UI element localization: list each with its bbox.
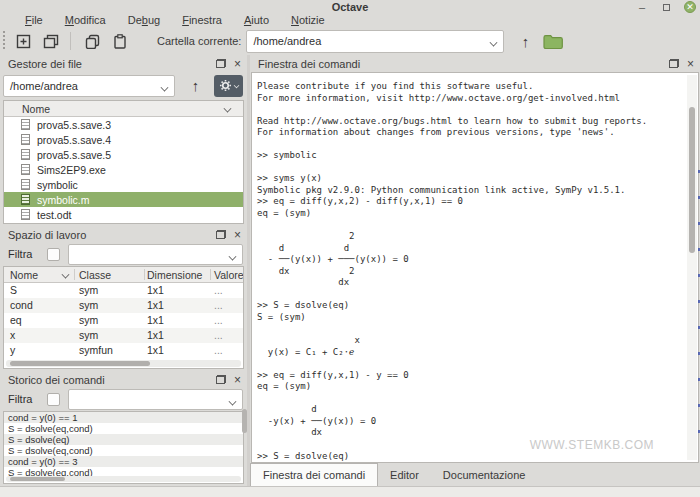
history-titlebar: Storico dei comandi × [0,371,247,388]
file-browser-path-combo[interactable]: /home/andrea [3,75,175,97]
console-output: Please contribute if you find this softw… [252,73,698,462]
menu-aiuto[interactable]: Aiuto [233,14,280,27]
workspace-row[interactable]: xsym1x1... [4,328,243,343]
close-panel-icon[interactable]: × [234,229,241,241]
file-icon [21,149,30,160]
workspace-filter-combo[interactable] [68,244,243,265]
history-item[interactable]: S = dsolve(eq,cond) [4,423,243,434]
file-name: symbolic [37,179,78,191]
main-toolbar: Cartella corrente: /home/andrea ↑ [0,27,700,55]
menu-bar: FileModificaDebugFinestraAiutoNotizie [0,14,700,27]
column-header[interactable]: Valore [214,269,244,281]
file-browser-actions-button[interactable] [214,75,243,97]
menu-notizie[interactable]: Notizie [280,14,336,27]
workspace-hscrollbar[interactable] [6,360,241,367]
gear-icon [219,79,232,92]
close-panel-icon[interactable]: × [234,58,241,70]
chevron-down-icon[interactable] [229,397,237,405]
history-hscrollbar[interactable] [6,476,241,482]
file-row[interactable]: prova5.s.save.3 [4,117,243,132]
close-panel-icon[interactable]: × [234,374,241,386]
file-row[interactable]: Sims2EP9.exe [4,162,243,177]
chevron-down-icon[interactable] [229,252,237,260]
workspace-row[interactable]: Ssym1x1... [4,283,243,298]
chevron-down-icon[interactable] [490,38,498,46]
title-bar: Octave – ✕ [0,0,700,14]
history-list: cond = y(0) == 1S = dsolve(eq,cond)S = d… [3,411,244,484]
file-name: symbolic.m [37,194,90,206]
menu-modifica[interactable]: Modifica [54,14,117,27]
history-filter-label: Filtra [8,393,32,405]
workspace-filter-checkbox[interactable] [47,248,60,261]
history-item[interactable]: S = dsolve(eq,cond) [4,445,243,456]
command-window-titlebar: Finestra dei comandi × [250,55,700,72]
up-directory-icon[interactable]: ↑ [514,33,536,50]
file-row[interactable]: symbolic [4,177,243,192]
file-row[interactable]: symbolic.m [4,192,243,207]
history-item[interactable]: S = dsolve(eq) [4,434,243,445]
workspace-row[interactable]: ysymfun1x1... [4,343,243,358]
console-scrollbar[interactable] [687,75,697,460]
current-dir-value: /home/andrea [253,35,321,47]
file-row[interactable]: test.odt [4,207,243,222]
file-browser-panel: Gestore dei file × /home/andrea ↑ Nome p… [0,55,247,226]
file-name: prova5.s.save.5 [37,149,111,161]
workspace-filter-label: Filtra [8,248,32,260]
file-row[interactable]: prova5.s.save.4 [4,132,243,147]
menu-file[interactable]: File [14,14,54,27]
sort-chevron-icon [224,105,232,113]
workspace-titlebar: Spazio di lavoro × [0,226,247,243]
paste-icon[interactable] [109,30,131,52]
close-button[interactable]: ✕ [684,1,696,13]
file-list-header[interactable]: Nome [4,101,243,117]
file-browser-up-icon[interactable]: ↑ [185,77,206,94]
tab-documentazione[interactable]: Documentazione [431,463,538,486]
chevron-down-icon [233,83,239,89]
history-filter-checkbox[interactable] [47,393,60,406]
menu-finestra[interactable]: Finestra [171,14,233,27]
column-header[interactable]: Classe [79,269,111,281]
open-icon[interactable] [40,30,62,52]
maximize-button[interactable] [660,1,672,13]
tab-bar: Finestra dei comandiEditorDocumentazione [250,463,700,486]
file-name: test.odt [37,209,71,221]
toolbar-separator [70,32,71,50]
status-bar [0,486,700,497]
tab-finestra-dei-comandi[interactable]: Finestra dei comandi [250,463,378,486]
undock-icon[interactable] [216,375,226,384]
undock-icon[interactable] [669,59,679,68]
current-dir-combo[interactable]: /home/andrea [246,30,504,53]
file-icon [21,119,30,130]
new-script-icon[interactable] [12,30,34,52]
history-item[interactable]: cond = y(0) == 1 [4,412,243,423]
command-window-title: Finestra dei comandi [258,58,360,70]
history-item[interactable]: cond = y(0) == 3 [4,456,243,467]
current-dir-label: Cartella corrente: [157,35,241,47]
undock-icon[interactable] [216,230,226,239]
command-window[interactable]: Please contribute if you find this softw… [251,72,699,463]
column-header[interactable]: Dimensione [147,269,202,281]
undock-icon[interactable] [216,59,226,68]
file-browser-titlebar: Gestore dei file × [0,55,247,72]
workspace-table-header[interactable]: NomeClasseDimensioneValore [4,267,243,283]
file-row[interactable]: prova5.s.save.5 [4,147,243,162]
tab-editor[interactable]: Editor [378,463,431,486]
chevron-down-icon[interactable] [160,83,168,91]
file-icon [21,209,30,220]
window-title: Octave [0,1,700,13]
close-panel-icon[interactable]: × [687,58,694,70]
file-browser-title: Gestore dei file [8,58,82,70]
menu-debug[interactable]: Debug [117,14,171,27]
workspace-table: NomeClasseDimensioneValore Ssym1x1...con… [3,266,244,369]
column-header[interactable]: Nome [10,269,38,281]
file-list: Nome prova5.s.save.3prova5.s.save.4prova… [3,100,244,224]
browse-folder-icon[interactable] [542,30,564,52]
history-filter-combo[interactable] [68,389,243,410]
workspace-row[interactable]: condsym1x1... [4,298,243,313]
workspace-row[interactable]: eqsym1x1... [4,313,243,328]
file-browser-path-value: /home/andrea [10,80,78,92]
workspace-panel: Spazio di lavoro × Filtra NomeClasseDime… [0,226,247,371]
minimize-button[interactable]: – [636,1,648,13]
sort-chevron-icon [62,271,70,279]
copy-icon[interactable] [81,30,103,52]
